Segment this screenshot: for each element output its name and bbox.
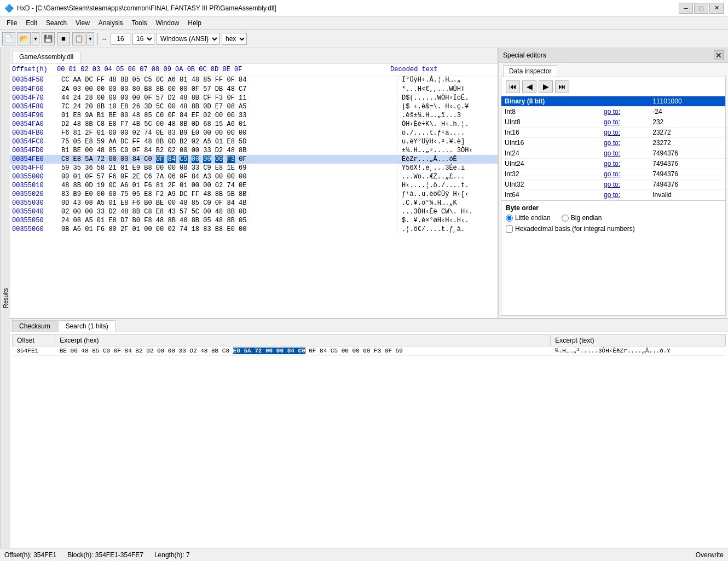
hex-bytes-text[interactable]: F6 81 2F 01 00 00 02 74 0E 83 B9 E0 00 0… — [61, 129, 246, 137]
inspector-goto-link[interactable]: go to: — [600, 169, 649, 180]
results-side-tab[interactable]: Results — [0, 48, 10, 548]
hex-row[interactable]: 00354F90 01 E8 9A B1 BE 00 48 85 C0 0F 8… — [10, 111, 498, 120]
menu-analysis[interactable]: Analysis — [94, 18, 128, 28]
hex-row[interactable]: 00354FB0 F6 81 2F 01 00 00 02 74 0E 83 B… — [10, 129, 498, 137]
hex-bytes[interactable]: 2A 03 00 00 00 00 80 B8 8B 00 00 0F 57 D… — [57, 85, 397, 93]
open-dropdown[interactable]: ▼ — [32, 32, 39, 45]
hex-bytes[interactable]: D2 48 8B C8 E8 F7 4B 5C 00 48 8B 0D 68 1… — [57, 120, 397, 128]
hex-bytes-text[interactable]: 83 B9 E0 00 00 75 05 E8 F2 A9 DC FF 48 8… — [61, 190, 246, 198]
big-endian-radio[interactable] — [562, 215, 569, 222]
menu-file[interactable]: File — [2, 18, 21, 28]
hex-row[interactable]: 00354FF0 59 35 36 58 21 01 E9 B8 00 00 0… — [10, 164, 498, 172]
new-button[interactable]: 📄 — [2, 32, 15, 45]
hex-bytes-text[interactable]: 00 01 0F 57 F6 0F 2E C6 7A 06 0F 84 A3 0… — [61, 173, 246, 181]
inspector-goto-link[interactable]: go to: — [600, 128, 649, 138]
inspector-goto-link[interactable]: go to: — [600, 138, 649, 148]
menu-help[interactable]: Help — [183, 18, 206, 28]
hex-bytes[interactable]: 01 E8 9A B1 BE 00 48 85 C0 0F 84 EF 02 0… — [57, 112, 397, 119]
hex-bytes[interactable]: 02 00 00 33 D2 48 8B C8 E8 43 57 5C 00 4… — [57, 208, 397, 216]
file-tab[interactable]: GameAssembly.dll — [12, 51, 80, 63]
hex-byte[interactable]: 0F — [239, 155, 246, 163]
hex-byte[interactable]: 72 — [97, 155, 105, 163]
hex-bytes[interactable]: 75 05 E8 59 AA DC FF 48 8B 0D B2 02 A5 0… — [57, 138, 397, 146]
hex-bytes[interactable]: 48 8B 0D 19 0C A6 01 F6 81 2F 01 00 00 0… — [57, 182, 397, 189]
hex-row[interactable]: 00354F50 CC AA DC FF 48 8B 05 C5 0C A6 0… — [10, 76, 498, 84]
hex-row[interactable]: 00355000 00 01 0F 57 F6 0F 2E C6 7A 06 0… — [10, 172, 498, 181]
hex-row[interactable]: 00354FD0 B1 BE 00 48 85 C0 0F 84 B2 02 0… — [10, 146, 498, 155]
hex-bytes[interactable]: 44 24 28 00 00 00 00 0F 57 D2 48 8B CF F… — [57, 94, 397, 102]
menu-window[interactable]: Window — [152, 18, 184, 28]
hex-bytes[interactable]: 0B A6 01 F6 80 2F 01 00 00 02 74 18 83 B… — [57, 225, 397, 233]
hex-bytes[interactable]: 24 08 A5 01 E8 D7 B0 F8 48 8B 48 8B 05 4… — [57, 217, 397, 224]
hex-bytes-text[interactable]: 01 E8 9A B1 BE 00 48 85 C0 0F 84 EF 02 0… — [61, 112, 246, 119]
hex-bytes-text[interactable]: 0D 43 08 A5 01 E8 F6 B0 BE 00 48 85 C0 0… — [61, 199, 246, 207]
search-results-tab[interactable]: Search (1 hits) — [59, 320, 115, 332]
hex-bytes-text[interactable]: 02 00 00 33 D2 48 8B C8 E8 43 57 5C 00 4… — [61, 208, 246, 216]
inspector-goto-link[interactable]: go to: — [600, 159, 649, 169]
selected-byte[interactable]: 00 — [192, 155, 199, 163]
bytes-preset-select[interactable]: 16 — [132, 33, 154, 45]
little-endian-radio[interactable] — [506, 215, 513, 222]
close-button[interactable]: ✕ — [709, 3, 724, 14]
hex-byte[interactable]: C0 — [144, 155, 152, 163]
hex-row[interactable]: 00354F60 2A 03 00 00 00 00 80 B8 8B 00 0… — [10, 84, 498, 94]
hex-bytes[interactable]: B1 BE 00 48 85 C0 0F 84 B2 02 00 00 33 D… — [57, 147, 397, 154]
data-inspector-tab[interactable]: Data inspector — [503, 65, 557, 77]
hex-bytes[interactable]: 59 35 36 58 21 01 E9 B8 00 00 00 33 C9 E… — [57, 164, 397, 172]
view-mode-select[interactable]: hex — [222, 33, 247, 45]
menu-view[interactable]: View — [71, 18, 94, 28]
selected-byte[interactable]: 0F — [156, 155, 164, 163]
hex-row[interactable]: 00355030 0D 43 08 A5 01 E8 F6 B0 BE 00 4… — [10, 199, 498, 207]
hex-row[interactable]: 00354FC0 75 05 E8 59 AA DC FF 48 8B 0D B… — [10, 137, 498, 146]
hex-row[interactable]: 00354F80 7C 24 20 8B 10 E8 26 3D 5C 00 4… — [10, 102, 498, 111]
hex-bytes-text[interactable]: 2A 03 00 00 00 00 80 B8 8B 00 00 0F 57 D… — [61, 85, 246, 93]
inspector-goto-link[interactable]: go to: — [600, 148, 649, 159]
hex-row[interactable]: 00355060 0B A6 01 F6 80 2F 01 00 00 02 7… — [10, 225, 498, 234]
selected-byte[interactable]: 84 — [167, 155, 175, 163]
hex-rows[interactable]: 00354F50 CC AA DC FF 48 8B 05 C5 0C A6 0… — [10, 76, 498, 318]
hex-bytes-text[interactable]: 48 8B 0D 19 0C A6 01 F6 81 2F 01 00 00 0… — [61, 182, 246, 189]
forward-button[interactable]: ▶ — [539, 80, 553, 92]
hex-bytes-text[interactable]: 24 08 A5 01 E8 D7 B0 F8 48 8B 48 8B 05 4… — [61, 217, 246, 224]
hex-bytes[interactable]: 7C 24 20 8B 10 E8 26 3D 5C 00 48 8B 0D E… — [57, 103, 397, 111]
big-endian-option[interactable]: Big endian — [562, 214, 602, 222]
hex-row[interactable]: 00354FA0 D2 48 8B C8 E8 F7 4B 5C 00 48 8… — [10, 120, 498, 129]
hex-bytes-text[interactable]: 44 24 28 00 00 00 00 0F 57 D2 48 8B CF F… — [61, 94, 246, 102]
hex-bytes[interactable]: CC AA DC FF 48 8B 05 C5 0C A6 01 48 85 F… — [57, 76, 397, 84]
inspector-goto-link[interactable]: go to: — [600, 180, 649, 190]
hex-bytes[interactable]: 83 B9 E0 00 00 75 05 E8 F2 A9 DC FF 48 8… — [57, 190, 397, 198]
hex-bytes-text[interactable]: 7C 24 20 8B 10 E8 26 3D 5C 00 48 8B 0D E… — [61, 103, 246, 111]
selected-byte[interactable]: F3 — [227, 155, 235, 163]
hex-row[interactable]: 00355010 48 8B 0D 19 0C A6 01 F6 81 2F 0… — [10, 181, 498, 190]
hex-basis-checkbox[interactable] — [506, 225, 513, 233]
hex-basis-option[interactable]: Hexadecimal basis (for integral numbers) — [506, 225, 721, 233]
menu-edit[interactable]: Edit — [21, 18, 42, 28]
save-button[interactable]: 💾 — [42, 32, 55, 45]
selected-byte[interactable]: C5 — [180, 155, 187, 163]
hex-bytes-text[interactable]: B1 BE 00 48 85 C0 0F 84 B2 02 00 00 33 D… — [61, 147, 246, 154]
hex-bytes-text[interactable]: 0B A6 01 F6 80 2F 01 00 00 02 74 18 83 B… — [61, 225, 246, 233]
hex-row[interactable]: 00355020 83 B9 E0 00 00 75 05 E8 F2 A9 D… — [10, 190, 498, 199]
maximize-button[interactable]: □ — [694, 3, 708, 14]
hex-bytes-text[interactable]: CC AA DC FF 48 8B 05 C5 0C A6 01 48 85 F… — [61, 76, 246, 84]
hex-byte[interactable]: 84 — [132, 155, 140, 163]
hex-byte[interactable]: 5A — [85, 155, 93, 163]
inspector-goto-link[interactable]: go to: — [600, 117, 649, 128]
hex-byte[interactable]: 00 — [108, 155, 116, 163]
back-button[interactable]: ◀ — [522, 80, 536, 92]
hex-bytes[interactable]: 0D 43 08 A5 01 E8 F6 B0 BE 00 48 85 C0 0… — [57, 199, 397, 207]
hex-bytes-text[interactable]: 75 05 E8 59 AA DC FF 48 8B 0D B2 02 A5 0… — [61, 138, 246, 146]
hex-row[interactable]: 00354F70 44 24 28 00 00 00 00 0F 57 D2 4… — [10, 94, 498, 102]
hex-byte[interactable]: C8 — [61, 155, 69, 163]
encoding-select[interactable]: Windows (ANSI) — [157, 33, 219, 45]
export-button[interactable]: 📋 — [72, 32, 85, 45]
bytes-per-row-input[interactable] — [111, 33, 130, 45]
hex-row[interactable]: 00354FE0 C8 E8 5A 72 00 00 84 C0 0F 84 C… — [10, 155, 498, 164]
selected-byte[interactable]: 00 — [203, 155, 211, 163]
menu-tools[interactable]: Tools — [128, 18, 152, 28]
checksum-tab[interactable]: Checksum — [12, 320, 57, 332]
hex-bytes[interactable]: C8 E8 5A 72 00 00 84 C0 0F 84 C5 00 00 0… — [57, 155, 397, 163]
menu-search[interactable]: Search — [42, 18, 71, 28]
open-button[interactable]: 📂 — [18, 32, 31, 45]
close-file-button[interactable]: ■ — [57, 32, 70, 45]
